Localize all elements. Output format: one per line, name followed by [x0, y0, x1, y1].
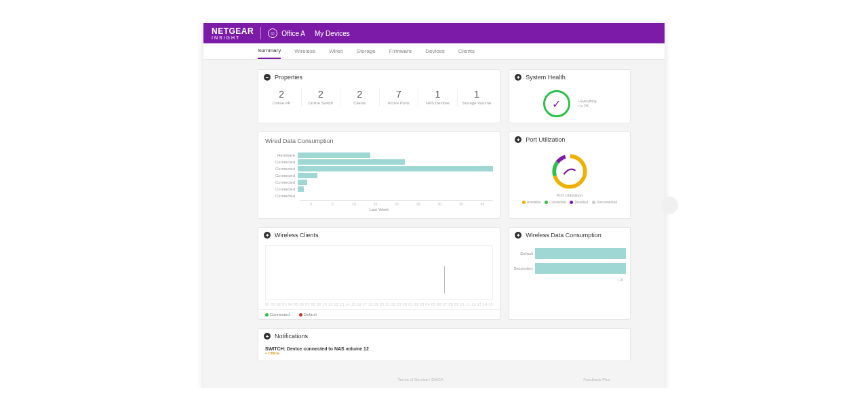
health-legend: • Everything • is OK: [578, 99, 597, 108]
notifications-card: Notifications SWITCH: Device connected t…: [258, 328, 631, 361]
gear-icon[interactable]: [515, 232, 521, 239]
notif-body: SWITCH: Device connected to NAS volume 1…: [258, 344, 630, 361]
prop-online-ap[interactable]: 2Online AP: [262, 87, 302, 106]
tab-wired[interactable]: Wired: [329, 44, 343, 58]
port-legend: Available Connected Disabled Disconnecte…: [522, 200, 617, 204]
port-header: Port Utilization: [509, 132, 630, 147]
wdc-title: Wireless Data Consumption: [526, 232, 601, 239]
footer-right[interactable]: Feedback Plus: [583, 378, 610, 382]
wdc-bar-1: [535, 263, 626, 274]
prop-clients[interactable]: 2Clients: [340, 87, 380, 106]
port-title: Port Utilization: [526, 136, 565, 143]
wdc-body: Default Secondary GB: [509, 243, 630, 287]
topbar: NETGEAR INSIGHT ☺ Office A My Devices: [203, 23, 665, 43]
dashboard-grid: Properties 2Online AP 2Online Switch 2Cl…: [203, 60, 665, 375]
tab-devices[interactable]: Devices: [425, 44, 444, 58]
system-health-header: System Health: [509, 70, 630, 85]
tab-clients[interactable]: Clients: [458, 44, 475, 58]
prop-storage[interactable]: 1Storage Volume: [458, 87, 496, 106]
wc-chart: [265, 245, 493, 300]
port-sublabel: Port Utilization: [557, 193, 583, 197]
wired-xlabel: Last Week: [265, 207, 493, 211]
system-health-body: ✓ • Everything • is OK: [509, 85, 630, 123]
avatar-icon[interactable]: ☺: [268, 28, 277, 38]
wired-barchart: Hardware Connected Connected Connected C…: [258, 150, 500, 218]
wc-legend: Connected Default: [258, 309, 500, 319]
system-health-title: System Health: [526, 74, 566, 81]
brand: NETGEAR INSIGHT: [212, 26, 254, 40]
brand-sub: INSIGHT: [212, 36, 254, 40]
location-label[interactable]: Office A: [281, 30, 305, 37]
wired-consumption-card: Wired Data Consumption Hardware Connecte…: [258, 131, 500, 219]
notif-title: Notifications: [275, 333, 308, 340]
expand-icon[interactable]: [264, 333, 271, 340]
wc-title: Wireless Clients: [275, 232, 319, 239]
notif-line: SWITCH: Device connected to NAS volume 1…: [265, 346, 623, 351]
chart-cursor-line: [444, 266, 445, 293]
donut-chart: [549, 151, 590, 192]
port-donut: Port Utilization Available Connected Dis…: [509, 147, 630, 208]
notif-sub: • Offline: [265, 351, 623, 355]
tab-firmware[interactable]: Firmware: [389, 44, 412, 58]
app-window: NETGEAR INSIGHT ☺ Office A My Devices Su…: [203, 23, 665, 388]
system-health-card: System Health ✓ • Everything • is OK: [509, 69, 631, 123]
properties-header: Properties: [258, 70, 500, 85]
carousel-next-button[interactable]: [660, 197, 678, 214]
footer-center[interactable]: Terms of Service / DMCA: [397, 378, 443, 382]
divider: [260, 27, 261, 39]
wc-header: Wireless Clients: [258, 228, 500, 243]
collapse-icon[interactable]: [264, 74, 271, 81]
port-utilization-card: Port Utilization Port Utilization Availa…: [509, 131, 631, 219]
wdc-xcap: GB: [513, 278, 626, 282]
tab-storage[interactable]: Storage: [357, 44, 376, 58]
prop-online-switch[interactable]: 2Online Switch: [302, 87, 341, 106]
footer: Terms of Service / DMCA Feedback Plus: [203, 375, 665, 388]
properties-row: 2Online AP 2Online Switch 2Clients 7Acti…: [258, 85, 500, 113]
gear-icon[interactable]: [264, 232, 271, 239]
properties-title: Properties: [275, 74, 302, 81]
gear-icon[interactable]: [515, 74, 521, 81]
tab-summary[interactable]: Summary: [258, 43, 281, 59]
wireless-data-card: Wireless Data Consumption Default Second…: [509, 227, 631, 320]
gear-icon[interactable]: [515, 136, 521, 143]
wireless-clients-card: Wireless Clients 00 01 02 03 04 05 06 07…: [258, 227, 500, 320]
my-devices-link[interactable]: My Devices: [315, 30, 350, 37]
wdc-header: Wireless Data Consumption: [509, 228, 630, 243]
properties-card: Properties 2Online AP 2Online Switch 2Cl…: [258, 69, 500, 123]
health-check-icon: ✓: [543, 90, 570, 117]
wired-title: Wired Data Consumption: [258, 132, 500, 150]
wdc-bar-0: [535, 248, 626, 259]
wc-xaxis: 00 01 02 03 04 05 06 07 08 09 10 11 12 1…: [258, 302, 500, 306]
prop-nas[interactable]: 1NAS Devices: [418, 87, 458, 106]
notif-header: Notifications: [258, 329, 630, 344]
tab-wireless[interactable]: Wireless: [294, 44, 315, 58]
brand-name: NETGEAR: [212, 26, 254, 36]
wired-xaxis: 0 5 10 15 20 25 30 35 40: [300, 200, 493, 206]
prop-active-ports[interactable]: 7Active Ports: [380, 87, 419, 106]
tabbar: Summary Wireless Wired Storage Firmware …: [203, 43, 665, 60]
